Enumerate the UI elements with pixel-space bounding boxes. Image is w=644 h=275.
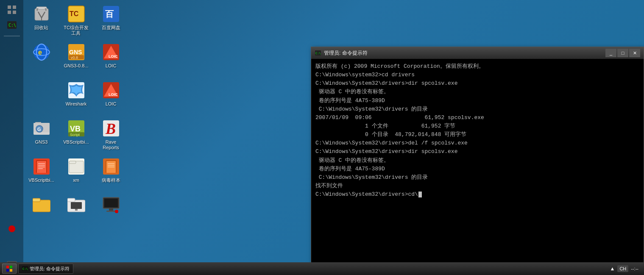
svg-text:G: G (37, 127, 41, 132)
svg-rect-65 (109, 208, 113, 211)
svg-text:LOIC: LOIC (109, 54, 118, 58)
svg-rect-66 (106, 211, 116, 212)
cmd-controls: _ □ ✕ (605, 49, 640, 57)
cmd-minimize-btn[interactable]: _ (605, 49, 616, 57)
svg-text:C:\: C:\ (22, 267, 28, 271)
desktop-icon-xm[interactable]: xm (60, 155, 92, 192)
cmd-title-text: 管理员: 命令提示符 (324, 50, 605, 57)
svg-point-67 (115, 210, 118, 213)
taskbar-cmd-label: 管理员: 命令提示符 (30, 266, 70, 272)
start-button[interactable] (2, 264, 17, 274)
svg-text:e: e (38, 49, 42, 56)
desktop-icon-virus[interactable]: 病毒样本 (95, 155, 127, 192)
desktop-icon-tc[interactable]: TC TC综合开发 工具 (60, 2, 92, 39)
svg-rect-64 (104, 199, 118, 207)
desktop-icon-monitor[interactable] (95, 193, 127, 230)
svg-text:LOIC: LOIC (109, 92, 118, 97)
svg-rect-72 (6, 269, 9, 272)
tc-label: TC综合开发 工具 (64, 25, 89, 36)
desktop-icon-ie[interactable]: e (25, 40, 57, 78)
cmd-line: 卷的序列号是 4A75-389D (315, 165, 639, 173)
taskbar-terminal-icon[interactable]: C:\ (6, 19, 18, 31)
svg-text:百: 百 (105, 9, 114, 19)
cmd-line: 2007/01/09 09:06 61,952 spcolsv.exe (315, 114, 639, 122)
desktop-icon-gns38[interactable]: GNS v0.8 GNS3-0.8... (60, 40, 92, 78)
svg-rect-71 (10, 266, 12, 268)
svg-rect-2 (8, 11, 11, 14)
svg-text:GNS: GNS (69, 49, 82, 56)
systray: ▲ CH --:-- (607, 265, 642, 272)
svg-rect-73 (10, 269, 12, 272)
taskbar-clock: --:-- (631, 266, 638, 271)
desktop-icon-gns3[interactable]: G GNS3 (25, 117, 57, 154)
cmd-titlebar: C:\ 管理员: 命令提示符 _ □ ✕ (311, 47, 644, 59)
cmd-line: 版权所有 (c) 2009 Microsoft Corporation。保留所有… (315, 62, 639, 71)
desktop-icon-folder2[interactable] (60, 193, 92, 230)
cmd-window: C:\ 管理员: 命令提示符 _ □ ✕ 版权所有 (c) 2009 Micro… (311, 47, 644, 275)
svg-rect-3 (13, 11, 16, 14)
desktop-icon-baidu[interactable]: 百 百度网盘 (95, 2, 127, 39)
lang-indicator[interactable]: CH (617, 265, 628, 272)
svg-rect-60 (67, 198, 75, 202)
baidu-label: 百度网盘 (102, 25, 120, 31)
desktop-icon-recycle[interactable]: 回收站 (25, 2, 57, 39)
desktop-icon-wireshark[interactable]: Wireshark (60, 78, 92, 116)
svg-rect-61 (71, 202, 82, 209)
loic1-label: LOIC (106, 63, 117, 69)
svg-text:v0.8: v0.8 (71, 56, 78, 60)
svg-rect-70 (6, 266, 9, 268)
svg-text:C:\: C:\ (8, 23, 16, 28)
svg-text:B: B (105, 120, 116, 137)
cmd-line: C:\Windows\System32\drivers>del /f spcol… (315, 139, 639, 147)
virus-label: 病毒样本 (102, 178, 120, 183)
svg-text:VB: VB (70, 125, 81, 133)
cmd-line: 0 个目录 48,792,014,848 可用字节 (315, 131, 639, 139)
svg-rect-9 (36, 7, 47, 9)
clock-time: --:-- (631, 266, 638, 271)
vbsbi1-label: VBScriptbi... (63, 139, 89, 145)
cmd-line: 卷的序列号是 4A75-389D (315, 97, 639, 105)
cmd-line: 找不到文件 (315, 182, 639, 190)
svg-text:C:\: C:\ (315, 52, 321, 55)
svg-rect-0 (8, 6, 11, 9)
cmd-cursor (418, 192, 422, 197)
desktop-icon-vbsbi1[interactable]: VB Script VBScriptbi... (60, 117, 92, 154)
cmd-line: 驱动器 C 中的卷没有标签。 (315, 88, 639, 96)
desktop-icon-rave[interactable]: B Rave Reports (95, 117, 127, 154)
svg-text:Script: Script (70, 133, 80, 137)
systray-icons: ▲ (610, 266, 615, 272)
rave-label: Rave Reports (103, 139, 119, 150)
desktop-icon-vbsbi2[interactable]: VBScriptbi... (25, 155, 57, 192)
svg-rect-1 (13, 6, 16, 9)
gns3-label: GNS3 (35, 139, 48, 145)
cmd-line: 驱动器 C 中的卷没有标签。 (315, 156, 639, 165)
cmd-title-icon: C:\ (315, 50, 321, 56)
loic2-label: LOIC (106, 101, 117, 107)
svg-text:TC: TC (70, 10, 79, 17)
svg-rect-58 (33, 198, 40, 202)
vbsbi2-label: VBScriptbi... (28, 178, 54, 183)
record-icon (6, 222, 18, 235)
cmd-line: C:\Windows\System32\drivers>dir spcolsv.… (315, 79, 639, 88)
taskbar-cmd-btn[interactable]: C:\ 管理员: 命令提示符 (18, 264, 73, 274)
svg-rect-62 (75, 209, 78, 211)
desktop-icon-loic1[interactable]: LOIC LOIC (95, 40, 127, 78)
xm-label: xm (73, 178, 79, 183)
desktop-icon-loic2[interactable]: LOIC LOIC (95, 78, 127, 116)
cmd-line: C:\Windows\System32\drivers 的目录 (315, 105, 639, 114)
recycle-bin-label: 回收站 (34, 25, 48, 31)
cmd-close-btn[interactable]: ✕ (629, 49, 640, 57)
cmd-line: C:\Windows\System32\drivers 的目录 (315, 173, 639, 182)
cmd-maximize-btn[interactable]: □ (617, 49, 628, 57)
cmd-line: C:\Windows\System32\drivers>dir spcolsv.… (315, 147, 639, 156)
cmd-content: 版权所有 (c) 2009 Microsoft Corporation。保留所有… (311, 59, 644, 275)
wireshark-label: Wireshark (66, 101, 87, 107)
desktop-icon-folder1[interactable] (25, 193, 57, 230)
gns38-label: GNS3-0.8... (64, 63, 88, 69)
cmd-line: C:\Windows\system32>cd drivers (315, 71, 639, 79)
cmd-line: C:\Windows\System32\drivers>cd\ (315, 190, 639, 199)
taskbar-bottom: C:\ 管理员: 命令提示符 ▲ CH --:-- (0, 262, 644, 275)
cmd-line: 1 个文件 61,952 字节 (315, 122, 639, 131)
taskbar-grid-icon[interactable] (6, 3, 18, 16)
taskbar-left: C:\ CH (0, 0, 23, 275)
